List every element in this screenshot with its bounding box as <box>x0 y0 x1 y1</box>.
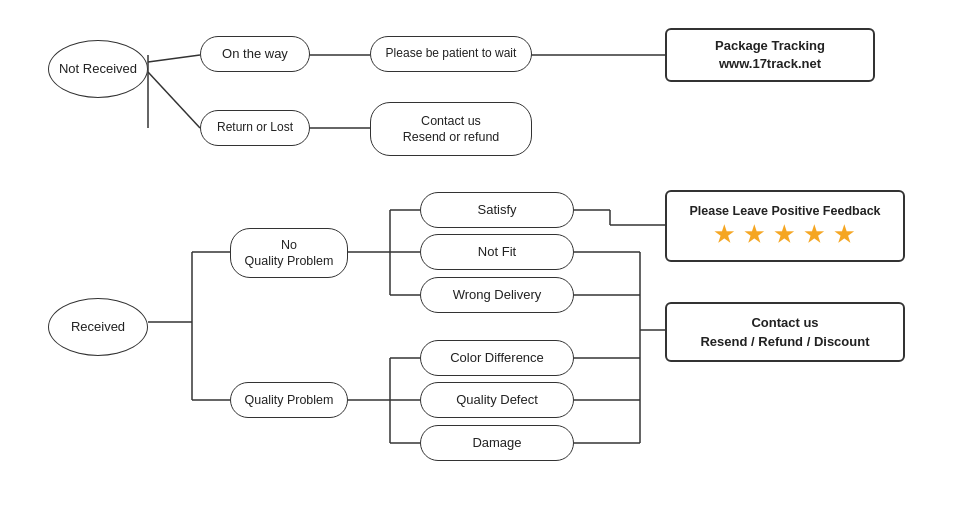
please-wait-node: Please be patient to wait <box>370 36 532 72</box>
color-difference-node: Color Difference <box>420 340 574 376</box>
diagram: Not Received On the way Please be patien… <box>0 0 960 513</box>
no-quality-problem-node: NoQuality Problem <box>230 228 348 278</box>
wrong-delivery-node: Wrong Delivery <box>420 277 574 313</box>
contact-resend-node: Contact usResend or refund <box>370 102 532 156</box>
svg-line-0 <box>148 55 200 62</box>
not-received-node: Not Received <box>48 40 148 98</box>
on-the-way-node: On the way <box>200 36 310 72</box>
svg-line-1 <box>148 72 200 128</box>
package-tracking-node: Package Trackingwww.17track.net <box>665 28 875 82</box>
damage-node: Damage <box>420 425 574 461</box>
satisfy-node: Satisfy <box>420 192 574 228</box>
contact-refund-node: Contact usResend / Refund / Discount <box>665 302 905 362</box>
received-node: Received <box>48 298 148 356</box>
feedback-text: Please Leave Positive Feedback <box>689 203 880 219</box>
feedback-stars: ★ ★ ★ ★ ★ <box>714 221 856 250</box>
not-fit-node: Not Fit <box>420 234 574 270</box>
return-or-lost-node: Return or Lost <box>200 110 310 146</box>
positive-feedback-node: Please Leave Positive Feedback ★ ★ ★ ★ ★ <box>665 190 905 262</box>
quality-problem-node: Quality Problem <box>230 382 348 418</box>
quality-defect-node: Quality Defect <box>420 382 574 418</box>
